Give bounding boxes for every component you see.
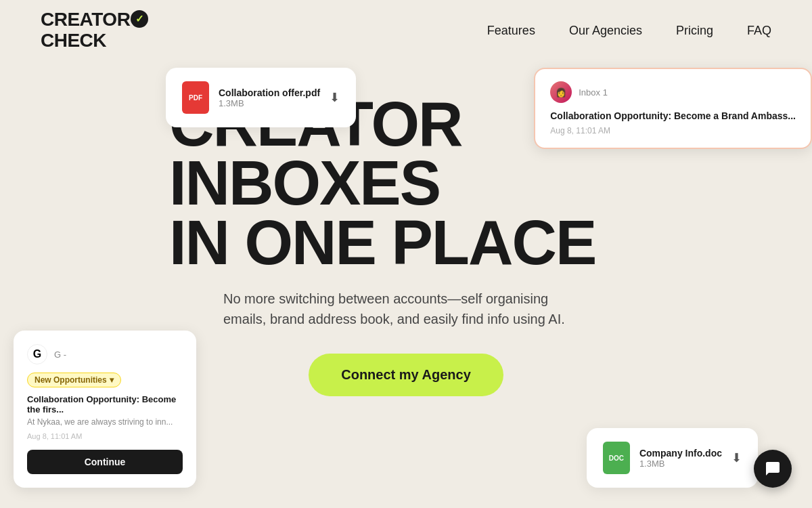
doc-file-icon: DOC [603,442,630,474]
main-container: Collaboration offer.pdf 1.3MB ⬇ 👩 Inbox … [0,61,812,508]
pdf-download-icon[interactable]: ⬇ [330,90,340,105]
pdf-filename: Collaboration offer.pdf [219,87,320,98]
nav-features[interactable]: Features [487,24,535,38]
pdf-file-icon [182,81,209,114]
hero-title-line2: IN ONE PLACE [169,213,643,272]
main-nav: Features Our Agencies Pricing FAQ [487,24,771,38]
cta-button[interactable]: Connect my Agency [309,354,503,396]
inbox-subject: Collaboration Opportunity: Become a Bran… [550,110,796,122]
email-tag-label: New Opportunities [35,375,107,385]
chat-icon [765,461,781,477]
doc-filename: Company Info.doc [639,448,722,459]
doc-size: 1.3MB [639,459,722,469]
pdf-card: Collaboration offer.pdf 1.3MB ⬇ [166,68,356,127]
inbox-avatar: 👩 [550,81,572,103]
email-sender: G - [54,350,66,360]
pdf-info: Collaboration offer.pdf 1.3MB [219,87,320,108]
inbox-date: Aug 8, 11:01 AM [550,126,796,135]
nav-faq[interactable]: FAQ [747,24,771,38]
chat-button[interactable] [754,450,792,488]
pdf-size: 1.3MB [219,98,320,108]
email-date: Aug 8, 11:01 AM [27,432,183,440]
email-tag: New Opportunities ▾ [27,373,121,387]
doc-card: DOC Company Info.doc 1.3MB ⬇ [587,428,758,488]
nav-agencies[interactable]: Our Agencies [569,24,642,38]
google-icon: G [27,344,47,364]
inbox-header: 👩 Inbox 1 [550,81,796,103]
doc-info: Company Info.doc 1.3MB [639,448,722,469]
hero-subtitle: No more switching between accounts—self … [223,289,589,329]
logo-line2: CHECK [41,30,106,51]
logo-checkmark-icon [131,10,148,28]
nav-pricing[interactable]: Pricing [676,24,713,38]
email-subject: Collaboration Opportunity: Become the fi… [27,394,183,415]
email-card: G G - New Opportunities ▾ Collaboration … [14,331,196,488]
doc-download-icon[interactable]: ⬇ [731,450,742,465]
inbox-card: 👩 Inbox 1 Collaboration Opportunity: Bec… [534,68,812,149]
email-preview: At Nykaa, we are always striving to inn.… [27,417,183,427]
navbar: CREATOR CHECK Features Our Agencies Pric… [0,0,812,61]
email-continue-button[interactable]: Continue [27,450,183,474]
tag-chevron-icon: ▾ [110,375,114,385]
email-card-header: G G - [27,344,183,364]
logo[interactable]: CREATOR CHECK [41,9,148,51]
inbox-label: Inbox 1 [579,87,608,98]
